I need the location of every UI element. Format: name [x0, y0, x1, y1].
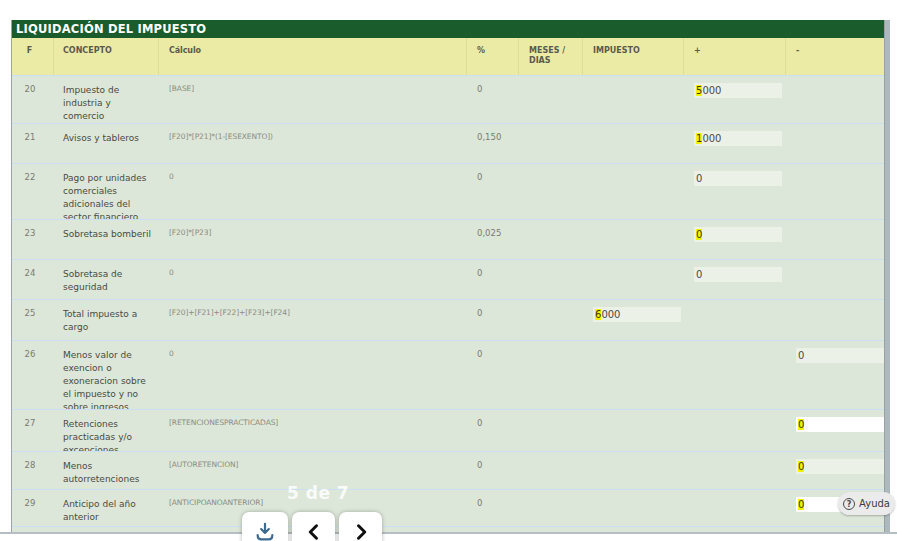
percent-cell: 0	[467, 490, 519, 526]
impuesto-cell	[583, 452, 684, 489]
next-page-button[interactable]	[339, 512, 382, 541]
column-header-calculo: Cálculo	[159, 38, 467, 75]
plus-cell: 0	[684, 220, 786, 259]
highlighted-char: 0	[798, 419, 804, 430]
minus-cell: 0	[786, 452, 885, 489]
percent-cell: 0	[467, 76, 519, 123]
column-header-plus: +	[684, 38, 786, 75]
plus-cell: 1000	[684, 124, 786, 163]
concepto-cell: Menos autorretenciones	[54, 452, 159, 489]
concepto-cell: Pago por unidades comerciales adicionale…	[54, 164, 159, 219]
row-number-cell: 29	[12, 490, 54, 526]
table-header-row: F CONCEPTO Cálculo % MESES / DIAS IMPUES…	[12, 38, 885, 75]
concepto-cell: Impuesto de industria y comercio	[54, 76, 159, 123]
chevron-right-icon	[351, 520, 371, 541]
column-header-minus: -	[786, 38, 885, 75]
meses-dias-cell	[519, 76, 583, 123]
chevron-left-icon	[304, 520, 324, 541]
impuesto-cell	[583, 124, 684, 163]
minus-cell	[786, 300, 885, 340]
value-input-f26[interactable]: 0	[796, 348, 884, 363]
column-header-f: F	[12, 38, 54, 75]
impuesto-cell: 6000	[583, 300, 684, 340]
table-row-20: 20Impuesto de industria y comercio[BASE]…	[12, 75, 885, 123]
highlighted-char: 1	[696, 133, 702, 144]
vertical-scrollbar[interactable]	[884, 20, 890, 533]
value-input-f22[interactable]: 0	[694, 171, 782, 186]
help-button-label: Ayuda	[859, 498, 890, 509]
table-row-28: 28Menos autorretenciones[AUTORETENCION]0…	[12, 451, 885, 489]
value-input-f27[interactable]: 0	[796, 417, 885, 432]
meses-dias-cell	[519, 410, 583, 451]
window-bottom-edge	[0, 532, 897, 534]
help-button[interactable]: ? Ayuda	[838, 492, 895, 515]
previous-page-button[interactable]	[292, 512, 335, 541]
value-input-f20[interactable]: 5000	[694, 83, 782, 98]
percent-cell: 0	[467, 300, 519, 340]
value-input-f24[interactable]: 0	[694, 267, 782, 282]
download-icon	[254, 520, 276, 541]
meses-dias-cell	[519, 260, 583, 299]
plus-cell: 0	[684, 164, 786, 219]
meses-dias-cell	[519, 164, 583, 219]
calculo-cell: 0	[159, 260, 467, 299]
concepto-cell: Sobretasa de seguridad	[54, 260, 159, 299]
concepto-cell: Total impuesto a cargo	[54, 300, 159, 340]
value-input-f21[interactable]: 1000	[694, 131, 782, 146]
impuesto-cell	[583, 490, 684, 526]
page-indicator: 5 de 7	[287, 483, 349, 503]
value-input-f25[interactable]: 6000	[593, 307, 681, 322]
question-mark-icon: ?	[843, 498, 855, 510]
percent-cell: 0	[467, 260, 519, 299]
concepto-cell: Sobretasa bomberil	[54, 220, 159, 259]
impuesto-cell	[583, 341, 684, 409]
column-header-impuesto: IMPUESTO	[583, 38, 684, 75]
value-input-f23[interactable]: 0	[694, 227, 782, 242]
minus-cell	[786, 76, 885, 123]
table-row-22: 22Pago por unidades comerciales adiciona…	[12, 163, 885, 219]
minus-cell	[786, 164, 885, 219]
calculo-cell: 0	[159, 164, 467, 219]
meses-dias-cell	[519, 124, 583, 163]
highlighted-char: 0	[798, 499, 804, 510]
row-number-cell: 27	[12, 410, 54, 451]
row-number-cell: 20	[12, 76, 54, 123]
highlighted-char: 0	[696, 229, 702, 240]
highlighted-char: 5	[696, 85, 702, 96]
percent-cell: 0	[467, 410, 519, 451]
row-number-cell: 24	[12, 260, 54, 299]
download-button[interactable]	[242, 512, 288, 541]
calculo-cell: [RETENCIONESPRACTICADAS]	[159, 410, 467, 451]
plus-cell: 0	[684, 260, 786, 299]
meses-dias-cell	[519, 490, 583, 526]
minus-cell: 0	[786, 410, 885, 451]
plus-cell	[684, 341, 786, 409]
highlighted-char: 6	[595, 309, 601, 320]
concepto-cell: Avisos y tableros	[54, 124, 159, 163]
impuesto-cell	[583, 260, 684, 299]
tax-form-screen: LIQUIDACIÓN DEL IMPUESTO F CONCEPTO Cálc…	[0, 0, 897, 541]
table-row-25: 25Total impuesto a cargo[F20]+[F21]+[F22…	[12, 299, 885, 340]
meses-dias-cell	[519, 220, 583, 259]
plus-cell	[684, 490, 786, 526]
table-row-29: 29Anticipo del año anterior[ANTICIPOANOA…	[12, 489, 885, 526]
impuesto-cell	[583, 220, 684, 259]
calculo-cell: 0	[159, 341, 467, 409]
value-input-f28[interactable]: 0	[796, 459, 884, 474]
percent-cell: 0,150	[467, 124, 519, 163]
plus-cell	[684, 410, 786, 451]
minus-cell	[786, 124, 885, 163]
row-number-cell: 23	[12, 220, 54, 259]
calculo-cell: [F20]+[F21]+[F22]+[F23]+[F24]	[159, 300, 467, 340]
table-row-27: 27Retenciones practicadas y/o excepcione…	[12, 409, 885, 451]
table-row-24: 24Sobretasa de seguridad000	[12, 259, 885, 299]
meses-dias-cell	[519, 452, 583, 489]
row-number-cell: 22	[12, 164, 54, 219]
table-row-21: 21Avisos y tableros[F20]*[P21]*(1-[ESEXE…	[12, 123, 885, 163]
meses-dias-cell	[519, 300, 583, 340]
tax-settlement-table: LIQUIDACIÓN DEL IMPUESTO F CONCEPTO Cálc…	[11, 20, 885, 534]
concepto-cell: Anticipo del año anterior	[54, 490, 159, 526]
column-header-concepto: CONCEPTO	[54, 38, 159, 75]
column-header-percent: %	[467, 38, 519, 75]
percent-cell: 0	[467, 341, 519, 409]
